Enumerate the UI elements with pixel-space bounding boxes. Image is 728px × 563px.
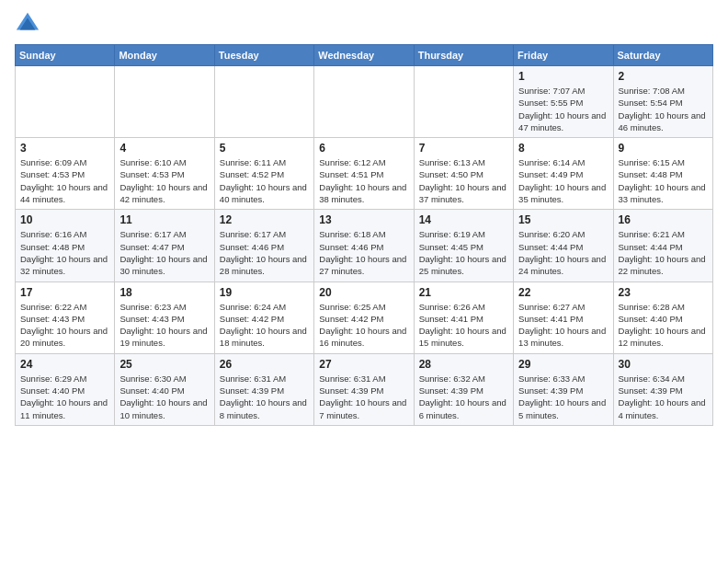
week-row-2: 3Sunrise: 6:09 AM Sunset: 4:53 PM Daylig…: [16, 138, 713, 210]
week-row-5: 24Sunrise: 6:29 AM Sunset: 4:40 PM Dayli…: [16, 353, 713, 425]
day-cell: 9Sunrise: 6:15 AM Sunset: 4:48 PM Daylig…: [613, 138, 712, 210]
day-number: 13: [319, 213, 408, 226]
day-info: Sunrise: 6:27 AM Sunset: 4:41 PM Dayligh…: [518, 301, 608, 350]
day-info: Sunrise: 6:21 AM Sunset: 4:44 PM Dayligh…: [619, 228, 708, 277]
day-info: Sunrise: 6:16 AM Sunset: 4:48 PM Dayligh…: [20, 228, 109, 277]
day-number: 1: [518, 70, 608, 83]
day-number: 7: [419, 142, 508, 155]
day-number: 14: [419, 213, 508, 226]
header-row: SundayMondayTuesdayWednesdayThursdayFrid…: [16, 45, 713, 66]
day-number: 26: [220, 358, 309, 371]
day-info: Sunrise: 6:09 AM Sunset: 4:53 PM Dayligh…: [20, 156, 109, 205]
day-number: 23: [619, 286, 708, 299]
day-info: Sunrise: 6:17 AM Sunset: 4:46 PM Dayligh…: [220, 228, 309, 277]
day-info: Sunrise: 6:14 AM Sunset: 4:49 PM Dayligh…: [518, 156, 608, 205]
day-info: Sunrise: 6:10 AM Sunset: 4:53 PM Dayligh…: [119, 156, 209, 205]
day-cell: 26Sunrise: 6:31 AM Sunset: 4:39 PM Dayli…: [214, 353, 313, 425]
calendar-table: SundayMondayTuesdayWednesdayThursdayFrid…: [15, 44, 713, 426]
day-cell: 18Sunrise: 6:23 AM Sunset: 4:43 PM Dayli…: [115, 282, 214, 353]
day-number: 2: [619, 70, 708, 83]
day-info: Sunrise: 6:15 AM Sunset: 4:48 PM Dayligh…: [619, 156, 708, 205]
day-number: 17: [20, 286, 109, 299]
day-cell: 3Sunrise: 6:09 AM Sunset: 4:53 PM Daylig…: [16, 138, 115, 210]
day-number: 15: [518, 213, 608, 226]
day-number: 30: [619, 358, 708, 371]
day-number: 19: [220, 286, 309, 299]
day-number: 16: [619, 213, 708, 226]
day-info: Sunrise: 7:08 AM Sunset: 5:54 PM Dayligh…: [619, 85, 708, 133]
day-cell: 29Sunrise: 6:33 AM Sunset: 4:39 PM Dayli…: [514, 353, 613, 425]
day-cell: 28Sunrise: 6:32 AM Sunset: 4:39 PM Dayli…: [414, 353, 513, 425]
day-info: Sunrise: 6:29 AM Sunset: 4:40 PM Dayligh…: [20, 373, 109, 421]
day-info: Sunrise: 6:32 AM Sunset: 4:39 PM Dayligh…: [419, 373, 508, 421]
day-number: 11: [119, 213, 209, 226]
day-cell: 20Sunrise: 6:25 AM Sunset: 4:42 PM Dayli…: [314, 282, 414, 353]
day-info: Sunrise: 6:26 AM Sunset: 4:41 PM Dayligh…: [419, 301, 508, 350]
day-info: Sunrise: 6:31 AM Sunset: 4:39 PM Dayligh…: [319, 373, 408, 421]
day-info: Sunrise: 6:33 AM Sunset: 4:39 PM Dayligh…: [518, 373, 608, 421]
day-number: 21: [419, 286, 508, 299]
day-number: 24: [20, 358, 109, 371]
day-number: 25: [119, 358, 209, 371]
day-number: 18: [119, 286, 209, 299]
day-info: Sunrise: 6:13 AM Sunset: 4:50 PM Dayligh…: [419, 156, 508, 205]
header-day-wednesday: Wednesday: [314, 45, 414, 66]
day-number: 22: [518, 286, 608, 299]
day-info: Sunrise: 6:25 AM Sunset: 4:42 PM Dayligh…: [319, 301, 408, 350]
day-info: Sunrise: 6:24 AM Sunset: 4:42 PM Dayligh…: [220, 301, 309, 350]
day-info: Sunrise: 6:31 AM Sunset: 4:39 PM Dayligh…: [220, 373, 309, 421]
day-cell: 27Sunrise: 6:31 AM Sunset: 4:39 PM Dayli…: [314, 353, 414, 425]
day-number: 4: [119, 142, 209, 155]
day-info: Sunrise: 7:07 AM Sunset: 5:55 PM Dayligh…: [518, 85, 608, 133]
day-info: Sunrise: 6:18 AM Sunset: 4:46 PM Dayligh…: [319, 228, 408, 277]
calendar-header: SundayMondayTuesdayWednesdayThursdayFrid…: [16, 45, 713, 66]
day-cell: 19Sunrise: 6:24 AM Sunset: 4:42 PM Dayli…: [214, 282, 313, 353]
header: [15, 11, 713, 37]
day-cell: 12Sunrise: 6:17 AM Sunset: 4:46 PM Dayli…: [214, 210, 313, 282]
day-number: 27: [319, 358, 408, 371]
day-info: Sunrise: 6:34 AM Sunset: 4:39 PM Dayligh…: [619, 373, 708, 421]
day-cell: 13Sunrise: 6:18 AM Sunset: 4:46 PM Dayli…: [314, 210, 414, 282]
day-number: 3: [20, 142, 109, 155]
day-cell: [414, 66, 513, 138]
header-day-friday: Friday: [514, 45, 613, 66]
header-day-tuesday: Tuesday: [214, 45, 313, 66]
page: SundayMondayTuesdayWednesdayThursdayFrid…: [0, 0, 728, 563]
day-info: Sunrise: 6:12 AM Sunset: 4:51 PM Dayligh…: [319, 156, 408, 205]
week-row-4: 17Sunrise: 6:22 AM Sunset: 4:43 PM Dayli…: [16, 282, 713, 353]
day-cell: 10Sunrise: 6:16 AM Sunset: 4:48 PM Dayli…: [16, 210, 115, 282]
day-cell: 15Sunrise: 6:20 AM Sunset: 4:44 PM Dayli…: [514, 210, 613, 282]
day-cell: 8Sunrise: 6:14 AM Sunset: 4:49 PM Daylig…: [514, 138, 613, 210]
day-number: 29: [518, 358, 608, 371]
day-cell: 6Sunrise: 6:12 AM Sunset: 4:51 PM Daylig…: [314, 138, 414, 210]
day-info: Sunrise: 6:20 AM Sunset: 4:44 PM Dayligh…: [518, 228, 608, 277]
day-cell: 16Sunrise: 6:21 AM Sunset: 4:44 PM Dayli…: [613, 210, 712, 282]
day-cell: [314, 66, 414, 138]
day-cell: 21Sunrise: 6:26 AM Sunset: 4:41 PM Dayli…: [414, 282, 513, 353]
day-info: Sunrise: 6:28 AM Sunset: 4:40 PM Dayligh…: [619, 301, 708, 350]
day-cell: 7Sunrise: 6:13 AM Sunset: 4:50 PM Daylig…: [414, 138, 513, 210]
day-cell: 4Sunrise: 6:10 AM Sunset: 4:53 PM Daylig…: [115, 138, 214, 210]
day-info: Sunrise: 6:23 AM Sunset: 4:43 PM Dayligh…: [119, 301, 209, 350]
day-cell: 11Sunrise: 6:17 AM Sunset: 4:47 PM Dayli…: [115, 210, 214, 282]
day-info: Sunrise: 6:11 AM Sunset: 4:52 PM Dayligh…: [220, 156, 309, 205]
week-row-1: 1Sunrise: 7:07 AM Sunset: 5:55 PM Daylig…: [16, 66, 713, 138]
day-cell: 5Sunrise: 6:11 AM Sunset: 4:52 PM Daylig…: [214, 138, 313, 210]
day-cell: 14Sunrise: 6:19 AM Sunset: 4:45 PM Dayli…: [414, 210, 513, 282]
day-number: 28: [419, 358, 508, 371]
day-cell: 23Sunrise: 6:28 AM Sunset: 4:40 PM Dayli…: [613, 282, 712, 353]
day-cell: 17Sunrise: 6:22 AM Sunset: 4:43 PM Dayli…: [16, 282, 115, 353]
header-day-monday: Monday: [115, 45, 214, 66]
day-info: Sunrise: 6:30 AM Sunset: 4:40 PM Dayligh…: [119, 373, 209, 421]
day-cell: 22Sunrise: 6:27 AM Sunset: 4:41 PM Dayli…: [514, 282, 613, 353]
day-number: 12: [220, 213, 309, 226]
header-day-thursday: Thursday: [414, 45, 513, 66]
day-cell: 30Sunrise: 6:34 AM Sunset: 4:39 PM Dayli…: [613, 353, 712, 425]
day-info: Sunrise: 6:19 AM Sunset: 4:45 PM Dayligh…: [419, 228, 508, 277]
week-row-3: 10Sunrise: 6:16 AM Sunset: 4:48 PM Dayli…: [16, 210, 713, 282]
calendar-body: 1Sunrise: 7:07 AM Sunset: 5:55 PM Daylig…: [16, 66, 713, 426]
day-info: Sunrise: 6:17 AM Sunset: 4:47 PM Dayligh…: [119, 228, 209, 277]
logo: [15, 11, 44, 37]
day-number: 10: [20, 213, 109, 226]
day-cell: [16, 66, 115, 138]
